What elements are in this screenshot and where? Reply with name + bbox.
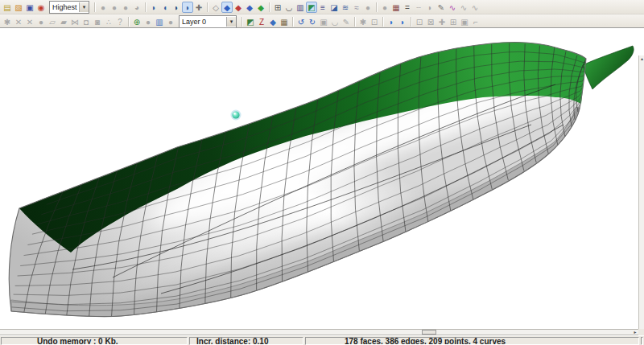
cross-curves-button[interactable]: ┄ xyxy=(413,2,424,13)
zoom-extents-button[interactable]: ⊡ xyxy=(414,16,425,27)
status-model-counts: 178 faces, 386 edges, 209 points, 4 curv… xyxy=(305,337,639,345)
developability-mode-button[interactable]: ◆ xyxy=(255,2,266,13)
view-tool-3-button[interactable]: ● xyxy=(120,2,131,13)
zebra-shade-mode-button[interactable]: ◆ xyxy=(244,2,255,13)
scroll-right-arrow-icon[interactable]: ▸ xyxy=(632,330,638,335)
auto-group-layer-button[interactable]: ● xyxy=(142,16,154,27)
profile-view-icon: ◗ xyxy=(174,3,179,12)
hscroll-thumb[interactable] xyxy=(422,330,436,335)
point-help-button[interactable]: ? xyxy=(114,16,126,27)
wireframe-mode-button[interactable]: ◇ xyxy=(210,2,221,13)
design-hydrostatics-button[interactable]: ▦ xyxy=(390,2,402,13)
view-tool-1-button[interactable]: ● xyxy=(97,2,109,13)
redo-button[interactable]: ↻ xyxy=(307,16,318,27)
edge-crease-button[interactable]: ∴ xyxy=(103,16,114,27)
history-tool-button[interactable]: ▣ xyxy=(318,16,329,27)
layer-properties-button[interactable]: ▥ xyxy=(154,16,165,27)
show-normals-button[interactable]: ● xyxy=(362,2,374,13)
profile-view-button[interactable]: ◗ xyxy=(171,2,182,13)
insert-plane-icon: ▱ xyxy=(49,18,56,27)
show-diagonals-button[interactable]: ◪ xyxy=(328,2,340,13)
layer-properties-icon: ▥ xyxy=(155,18,163,27)
plan-view-icon: ◖ xyxy=(163,3,167,12)
pen-tool-gray-button[interactable]: ✎ xyxy=(341,16,352,27)
horizontal-scrollbar[interactable]: ▸ xyxy=(0,329,638,335)
plan-view-button[interactable]: ◖ xyxy=(159,2,171,13)
zoom-window-icon: ⊠ xyxy=(427,18,434,27)
show-flowlines-button[interactable]: ≈ xyxy=(351,2,362,13)
zoom-in-button[interactable]: ✚ xyxy=(436,16,448,27)
view-tool-4-button[interactable]: ◕ xyxy=(131,2,142,13)
toolbar-separator xyxy=(354,17,355,27)
resistance-calc-button[interactable]: ◗ xyxy=(424,2,436,13)
reload-model-button[interactable]: ◉ xyxy=(35,2,47,13)
chevron-down-icon[interactable]: ▾ xyxy=(226,17,236,27)
insert-plane-button[interactable]: ▱ xyxy=(47,16,58,27)
scroll-up-arrow-icon[interactable]: ▴ xyxy=(639,55,644,62)
control-point-marker[interactable] xyxy=(231,110,242,121)
show-waterlines-button[interactable]: ≡ xyxy=(317,2,328,13)
perspective-view-button[interactable]: ◗ xyxy=(148,2,159,13)
open-folder-button[interactable]: ▨ xyxy=(13,2,24,13)
new-file-button[interactable]: ▤ xyxy=(2,2,13,13)
flip-face-button[interactable]: ▰ xyxy=(58,16,69,27)
new-layer-button[interactable]: ⊕ xyxy=(131,16,142,27)
bodyplan-view-button[interactable]: ◗ xyxy=(182,2,193,13)
show-waterlines-icon: ≡ xyxy=(320,3,325,12)
precision-dropdown[interactable]: Highest▾ xyxy=(49,1,89,14)
intersection-layers-button[interactable]: ◩ xyxy=(245,16,256,27)
import-hull-icon: ◗ xyxy=(389,18,394,27)
delete-empty-layers-button[interactable]: ● xyxy=(165,16,176,27)
model-viewport[interactable]: ▴ ▾ xyxy=(0,27,644,329)
perspective-view-icon: ◗ xyxy=(151,3,156,12)
show-control-curves-button[interactable]: ◡ xyxy=(283,2,295,13)
toolbar-separator xyxy=(376,2,377,12)
view-tool-2-button[interactable]: ● xyxy=(109,2,120,13)
curve-tool-gray-button[interactable]: ◡ xyxy=(329,16,341,27)
flip-face-icon: ▰ xyxy=(60,18,67,27)
show-interior-edges-button[interactable]: ⊞ xyxy=(272,2,283,13)
pan-view-button[interactable]: ▣ xyxy=(459,16,470,27)
show-hydrostatic-features-button[interactable]: ≋ xyxy=(340,2,351,13)
delete-selected-button[interactable]: ✕ xyxy=(24,16,35,27)
vertical-scrollbar[interactable]: ▴ ▾ xyxy=(638,55,644,345)
curve-tool-3-icon: ∿ xyxy=(472,3,478,12)
show-markers-button[interactable]: ● xyxy=(379,2,390,13)
develop-plates-button[interactable]: Z xyxy=(256,16,267,27)
layer-dropdown[interactable]: Layer 0▾ xyxy=(179,15,237,28)
undo-button[interactable]: ↺ xyxy=(295,16,307,27)
save-file-button[interactable]: ▣ xyxy=(24,2,35,13)
add-curve-button[interactable]: ∿ xyxy=(447,2,458,13)
lock-points-button[interactable]: ◘ xyxy=(80,16,92,27)
new-face-button[interactable]: ● xyxy=(35,16,47,27)
select-wand-button[interactable]: ✱ xyxy=(2,16,13,27)
curve-tool-3-button[interactable]: ∿ xyxy=(469,2,481,13)
collapse-point-button[interactable]: ✕ xyxy=(13,16,24,27)
rotate-view-button[interactable]: ⌐ xyxy=(470,16,481,27)
import-hull-button[interactable]: ◗ xyxy=(386,16,397,27)
zoom-out-button[interactable]: ⊞ xyxy=(448,16,459,27)
edit-mode-pen-button[interactable]: ✎ xyxy=(436,2,447,13)
zebra-shade-mode-icon: ◆ xyxy=(246,3,253,12)
show-buttocks-button[interactable]: ◩ xyxy=(306,2,317,13)
unlock-points-icon: ◙ xyxy=(95,18,100,27)
toolbar-row-2: ✱✕✕●▱▰⋈◘◙∴?⊕●▥●Layer 0▾◩Z◆▦↺↻▣◡✎✱⊡◗◗⊡⊠✚⊞… xyxy=(0,14,644,28)
export-hull-button[interactable]: ◗ xyxy=(397,16,408,27)
points-tool-button[interactable]: ◆ xyxy=(267,16,279,27)
show-stations-button[interactable]: ▥ xyxy=(295,2,306,13)
lackenby-transform-button[interactable]: ⊡ xyxy=(369,16,380,27)
zoom-all-views-button[interactable]: ✚ xyxy=(193,2,204,13)
chevron-down-icon[interactable]: ▾ xyxy=(79,2,89,12)
delete-selected-icon: ✕ xyxy=(27,18,33,27)
unlock-points-button[interactable]: ◙ xyxy=(92,16,103,27)
shade-mode-button[interactable]: ◆ xyxy=(221,2,233,13)
layer-calc-button[interactable]: ▦ xyxy=(279,16,290,27)
split-edge-button[interactable]: ⋈ xyxy=(69,16,80,27)
lackenby-transform-icon: ⊡ xyxy=(371,18,378,27)
keel-rudder-wizard-button[interactable]: ✱ xyxy=(357,16,369,27)
gauss-curvature-mode-button[interactable]: ◆ xyxy=(233,2,244,13)
hydrostatics-dialog-button[interactable]: = xyxy=(402,2,413,13)
zoom-window-button[interactable]: ⊠ xyxy=(425,16,436,27)
develop-plates-icon: Z xyxy=(259,18,264,27)
curve-tool-2-button[interactable]: ∿ xyxy=(458,2,469,13)
